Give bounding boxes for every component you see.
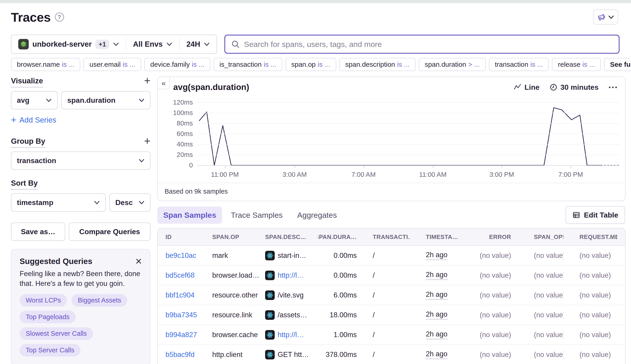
span-op-value: resource.other	[212, 291, 258, 299]
time-range-selector[interactable]: 24H	[180, 35, 217, 53]
filter-chip[interactable]: device.familyis ...	[144, 58, 210, 71]
chart-type-button[interactable]: Line	[514, 83, 540, 92]
x-axis-tick	[364, 166, 364, 168]
collapse-sidebar-button[interactable]: «	[157, 76, 170, 89]
table-row[interactable]: b5bac9fdhttp.clientGET htt…378.00ms/2h a…	[158, 345, 625, 364]
compare-queries-button[interactable]: Compare Queries	[69, 222, 150, 241]
suggested-query-pill[interactable]: Top Pageloads	[20, 311, 76, 323]
suggested-query-pill[interactable]: Slowest Server Calls	[20, 327, 93, 340]
clock-icon	[550, 83, 557, 91]
chevron-down-icon	[139, 200, 145, 206]
whats-new-button[interactable]	[593, 10, 618, 24]
filter-chip[interactable]: transactionis ...	[489, 58, 549, 71]
suggested-query-pill[interactable]: Worst LCPs	[20, 294, 67, 306]
span-id-link[interactable]: be9c10ac	[165, 252, 196, 260]
column-header[interactable]: SPAN.DURA…	[318, 234, 357, 240]
timestamp-value[interactable]: 2h ago	[426, 251, 448, 260]
react-project-icon	[265, 330, 275, 340]
table-row[interactable]: bd5cef68browser.load…http://l…0.00ms/2h …	[158, 266, 625, 286]
span-id-link[interactable]: b994a827	[165, 331, 197, 339]
tab-trace-samples[interactable]: Trace Samples	[225, 206, 288, 224]
span-description-value[interactable]: http://l…	[278, 271, 304, 280]
tab-aggregates[interactable]: Aggregates	[291, 206, 343, 224]
span-id-link[interactable]: bbf1c904	[165, 291, 195, 299]
span-id-link[interactable]: b5bac9fd	[165, 350, 195, 359]
span-duration-value: 378.00ms	[326, 350, 357, 359]
see-full-list-button[interactable]: See full list	[604, 58, 631, 71]
filter-chips-row: browser.nameis ...user.emailis ...device…	[11, 58, 620, 71]
timestamp-value[interactable]: 2h ago	[426, 290, 448, 300]
search-input[interactable]	[244, 40, 613, 49]
chevron-down-icon	[204, 41, 210, 47]
timestamp-value[interactable]: 2h ago	[426, 270, 448, 280]
column-header[interactable]: TRANSACTI…	[357, 234, 410, 240]
column-header[interactable]: SPAN.OP	[212, 234, 265, 240]
filter-chip[interactable]: releaseis ...	[552, 58, 601, 71]
edit-table-button[interactable]: Edit Table	[566, 206, 625, 224]
chip-operator: is ...	[123, 60, 135, 68]
edit-table-label: Edit Table	[584, 211, 618, 219]
span-id-link[interactable]: bd5cef68	[165, 271, 195, 280]
filter-chip[interactable]: span.duration> ...	[419, 58, 486, 71]
table-row[interactable]: bbf1c904resource.other/vite.svg6.00ms/2h…	[158, 286, 625, 305]
filter-chip[interactable]: span.opis ...	[285, 58, 336, 71]
span-duration-value: 18.00ms	[330, 311, 357, 319]
timestamp-value[interactable]: 2h ago	[426, 330, 448, 340]
x-axis-tick	[502, 166, 502, 168]
chip-operator: is ...	[62, 60, 74, 68]
time-range-label: 24H	[186, 40, 200, 48]
help-icon[interactable]: ?	[55, 12, 64, 22]
save-as-button[interactable]: Save as…	[11, 222, 65, 241]
column-header[interactable]: TIMESTA…↓	[410, 233, 462, 241]
group-by-select[interactable]: transaction	[11, 152, 150, 170]
span-id-link[interactable]: b9ba7345	[165, 311, 197, 319]
span-description-value[interactable]: http://l…	[278, 331, 304, 339]
aggregate-select[interactable]: avg	[11, 91, 58, 109]
span-duration-value: 0.00ms	[334, 271, 357, 280]
suggested-query-pill[interactable]: Biggest Assets	[72, 294, 127, 306]
search-icon	[231, 40, 240, 48]
column-header[interactable]: ERROR	[462, 234, 511, 240]
suggested-queries-description: Feeling like a newb? Been there, done th…	[20, 269, 142, 288]
y-axis-tick-label: 40ms	[165, 140, 193, 148]
search-bar[interactable]	[224, 34, 619, 54]
chip-operator: is ...	[530, 60, 543, 68]
add-group-by-button[interactable]: +	[144, 137, 150, 145]
sort-field-value: timestamp	[17, 198, 53, 207]
table-row[interactable]: b9ba7345resource.link/assets…18.00ms/2h …	[158, 305, 625, 325]
tab-span-samples[interactable]: Span Samples	[157, 206, 222, 224]
line-chart-icon	[514, 83, 521, 91]
environment-selector[interactable]: All Envs	[126, 35, 179, 53]
filter-chip[interactable]: span.descriptionis ...	[340, 58, 416, 71]
timestamp-value[interactable]: 2h ago	[426, 310, 448, 320]
chart-line-series	[199, 108, 601, 165]
chip-field: device.family	[150, 60, 190, 68]
add-series-button[interactable]: + Add Series	[11, 115, 56, 125]
chart-options-button[interactable]: •••	[609, 84, 618, 91]
column-header[interactable]: SPAN_OPS…	[511, 234, 563, 240]
table-row[interactable]: b994a827browser.cachehttp://l…1.00ms/2h …	[158, 325, 625, 345]
sort-field-select[interactable]: timestamp	[11, 194, 106, 212]
sort-direction-select[interactable]: Desc	[109, 194, 150, 212]
close-icon[interactable]: ×	[135, 258, 142, 265]
chip-operator: is ...	[582, 60, 595, 68]
chart-interval-button[interactable]: 30 minutes	[550, 83, 599, 92]
react-project-icon	[265, 270, 275, 280]
suggested-query-pill[interactable]: Top Server Calls	[20, 344, 81, 356]
column-header[interactable]: REQUEST.ME…	[563, 234, 617, 240]
span-op-value: browser.load…	[212, 271, 259, 280]
table-row[interactable]: be9c10acmarkstart-in…0.00ms/2h ago(no va…	[158, 246, 625, 266]
timestamp-value[interactable]: 2h ago	[426, 350, 448, 359]
project-selector[interactable]: unborked-server +1	[12, 35, 126, 53]
span-op-value: resource.link	[212, 311, 252, 319]
sort-direction-value: Desc	[115, 198, 133, 207]
column-header[interactable]: ID	[165, 234, 212, 240]
add-visualize-button[interactable]: +	[144, 76, 150, 85]
top-strip	[0, 0, 631, 3]
filter-chip[interactable]: browser.nameis ...	[11, 58, 80, 71]
filter-chip[interactable]: is_transactionis ...	[214, 58, 282, 71]
column-header[interactable]: SPAN.DESC…	[265, 234, 318, 240]
field-select[interactable]: span.duration	[61, 91, 150, 109]
filter-chip[interactable]: user.emailis ...	[83, 58, 141, 71]
span-description-value: /vite.svg	[278, 291, 304, 299]
